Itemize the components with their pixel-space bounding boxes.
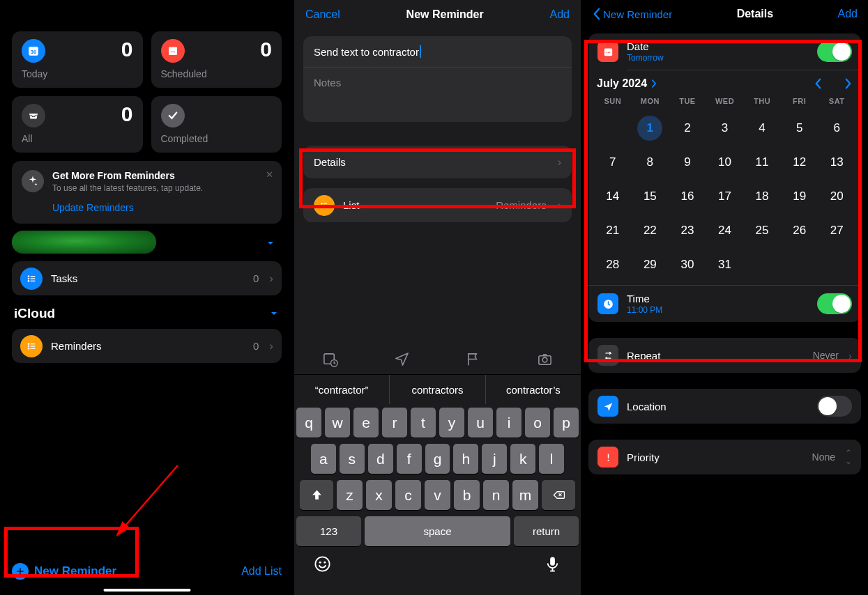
add-list-button[interactable]: Add List [241, 565, 282, 578]
key-m[interactable]: m [512, 480, 538, 510]
notes-field[interactable]: Notes [303, 68, 572, 122]
key-i[interactable]: i [496, 408, 521, 438]
calendar-day[interactable]: 1 [632, 117, 669, 139]
key-y[interactable]: y [439, 408, 464, 438]
update-reminders-button[interactable]: Update Reminders [52, 202, 134, 213]
location-arrow-icon[interactable] [394, 351, 410, 367]
key-d[interactable]: d [368, 444, 393, 474]
calendar-day[interactable]: 19 [781, 185, 818, 208]
key-q[interactable]: q [296, 408, 321, 438]
location-toggle[interactable] [817, 396, 852, 417]
prev-month-button[interactable] [814, 77, 823, 90]
key-k[interactable]: k [510, 444, 535, 474]
calendar-day[interactable]: 3 [706, 117, 744, 139]
calendar-day[interactable]: 12 [781, 151, 818, 173]
emoji-key[interactable] [313, 555, 332, 573]
key-s[interactable]: s [340, 444, 365, 474]
key-a[interactable]: a [311, 444, 336, 474]
calendar-day[interactable]: 30 [669, 254, 706, 276]
next-month-button[interactable] [844, 77, 853, 90]
calendar-day[interactable]: 9 [669, 151, 706, 173]
add-button[interactable]: Add [838, 8, 858, 20]
list-reminders[interactable]: Reminders 0 › [12, 329, 282, 363]
calendar-day[interactable]: 28 [594, 254, 632, 276]
list-tasks[interactable]: Tasks 0 › [12, 261, 282, 295]
details-row[interactable]: Details › [303, 146, 572, 178]
back-button[interactable]: New Reminder [592, 8, 672, 20]
key-b[interactable]: b [454, 480, 480, 510]
key-n[interactable]: n [483, 480, 509, 510]
calendar-day[interactable]: 24 [706, 219, 744, 242]
calendar-day[interactable]: 18 [743, 185, 781, 208]
calendar-day[interactable]: 8 [632, 151, 669, 173]
calendar-day[interactable]: 5 [781, 117, 818, 139]
key-c[interactable]: c [395, 480, 421, 510]
calendar-day[interactable]: 23 [669, 219, 706, 242]
calendar-day[interactable]: 4 [743, 117, 781, 139]
key-o[interactable]: o [525, 408, 550, 438]
card-all[interactable]: 0 All [12, 96, 143, 153]
calendar-day[interactable]: 16 [669, 185, 706, 208]
key-u[interactable]: u [468, 408, 493, 438]
date-toggle[interactable] [817, 41, 852, 62]
calendar-day[interactable]: 7 [594, 151, 632, 173]
icloud-section-header[interactable]: iCloud [12, 306, 282, 321]
space-key[interactable]: space [365, 516, 510, 546]
calendar-day[interactable]: 17 [706, 185, 744, 208]
chevron-down-icon[interactable] [265, 238, 276, 249]
return-key[interactable]: return [514, 516, 579, 546]
title-field[interactable]: Send text to contractor [303, 36, 572, 68]
calendar-day[interactable]: 15 [632, 185, 669, 208]
key-g[interactable]: g [425, 444, 450, 474]
mic-key[interactable] [543, 555, 562, 573]
calendar-day[interactable]: 11 [743, 151, 781, 173]
promo-banner: Get More From Reminders To use all the l… [12, 161, 282, 224]
calendar-clock-icon[interactable] [322, 351, 338, 367]
key-z[interactable]: z [337, 480, 363, 510]
calendar-day[interactable]: 13 [818, 151, 855, 173]
calendar-month-button[interactable]: July 2024 [597, 77, 657, 90]
key-e[interactable]: e [353, 408, 379, 438]
key-f[interactable]: f [397, 444, 422, 474]
numbers-key[interactable]: 123 [296, 516, 361, 546]
key-j[interactable]: j [482, 444, 507, 474]
key-v[interactable]: v [425, 480, 450, 510]
key-l[interactable]: l [539, 444, 564, 474]
calendar-day[interactable]: 25 [743, 219, 781, 242]
calendar-day[interactable]: 29 [632, 254, 669, 276]
calendar-day[interactable]: 31 [706, 254, 744, 276]
key-w[interactable]: w [325, 408, 350, 438]
flag-icon[interactable] [465, 351, 481, 367]
calendar-day[interactable]: 14 [594, 185, 632, 208]
card-today[interactable]: 30 0 Today [12, 31, 143, 88]
camera-icon[interactable] [537, 351, 553, 367]
repeat-row[interactable]: Repeat Never › [588, 338, 861, 373]
calendar-day[interactable]: 10 [706, 151, 744, 173]
suggestion-2[interactable]: contractors [390, 375, 485, 404]
calendar-day[interactable]: 27 [818, 219, 855, 242]
backspace-key[interactable] [542, 480, 575, 510]
suggestion-3[interactable]: contractor’s [486, 375, 581, 404]
priority-row[interactable]: Priority None ⌃⌄ [588, 440, 861, 474]
calendar-day[interactable]: 22 [632, 219, 669, 242]
key-r[interactable]: r [382, 408, 407, 438]
card-completed[interactable]: Completed [151, 96, 282, 153]
key-t[interactable]: t [411, 408, 436, 438]
list-selector-row[interactable]: List Reminders › [303, 188, 572, 222]
cancel-button[interactable]: Cancel [305, 8, 340, 21]
card-scheduled[interactable]: 0 Scheduled [151, 31, 282, 88]
add-button[interactable]: Add [550, 8, 570, 21]
calendar-day[interactable]: 6 [818, 117, 855, 139]
calendar-day[interactable]: 21 [594, 219, 632, 242]
new-reminder-button[interactable]: New Reminder [12, 563, 116, 580]
calendar-day[interactable]: 20 [818, 185, 855, 208]
time-toggle[interactable] [817, 293, 852, 314]
shift-key[interactable] [300, 480, 333, 510]
key-p[interactable]: p [554, 408, 579, 438]
calendar-day[interactable]: 2 [669, 117, 706, 139]
suggestion-1[interactable]: “contractor” [294, 375, 390, 404]
key-x[interactable]: x [366, 480, 392, 510]
key-h[interactable]: h [453, 444, 478, 474]
close-icon[interactable]: ✕ [266, 169, 273, 180]
calendar-day[interactable]: 26 [781, 219, 818, 242]
